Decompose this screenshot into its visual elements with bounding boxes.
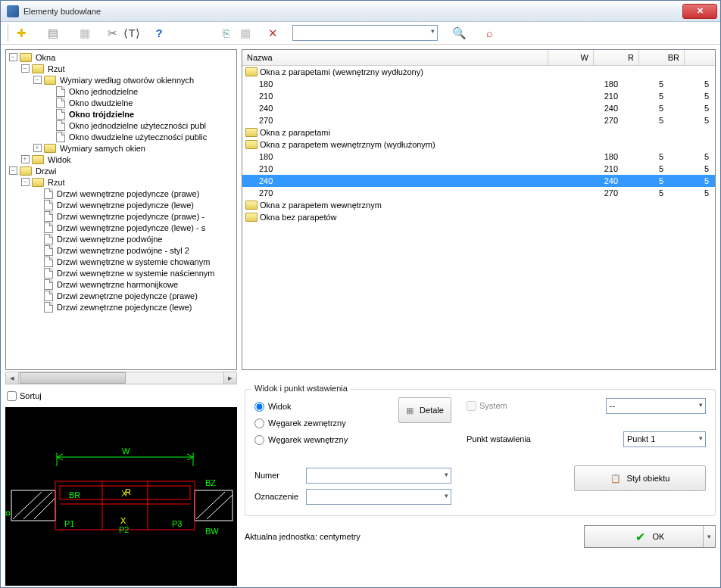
- tree-view[interactable]: OknaRzutWymiary według otworów okiennych…: [5, 49, 237, 370]
- window-title: Elementy budowlane: [23, 7, 682, 16]
- col-name[interactable]: Nazwa: [242, 50, 548, 65]
- svg-text:W: W: [122, 446, 130, 456]
- numer-combo[interactable]: [306, 468, 451, 484]
- find-next-icon[interactable]: ⌕: [480, 24, 498, 42]
- tree-item[interactable]: Wymiary samych okien: [6, 142, 236, 154]
- list-item[interactable]: 18018055: [242, 151, 715, 163]
- punkt-combo[interactable]: Punkt 1: [623, 431, 706, 447]
- tree-item[interactable]: Drzwi: [6, 165, 236, 176]
- tools-icon[interactable]: ✂: [103, 24, 121, 42]
- svg-line-5: [187, 454, 193, 457]
- list-item[interactable]: 27027055: [242, 114, 715, 126]
- tree-item[interactable]: Drzwi wewnętrzne podwójne: [6, 233, 236, 244]
- tree-item[interactable]: Drzwi wewnętrzne pojedyncze (prawe) -: [6, 210, 236, 222]
- oznaczenie-combo[interactable]: [306, 489, 451, 505]
- svg-text:X: X: [120, 516, 126, 525]
- insertion-fieldset: Widok i punkt wstawienia Widok Węgarek z…: [245, 389, 716, 516]
- sort-label: Sortuj: [20, 391, 42, 400]
- radio-wew[interactable]: [254, 435, 264, 445]
- preview-canvas: W B BR R: [5, 407, 237, 586]
- tree-item[interactable]: Okno jednodzielne: [6, 86, 236, 97]
- svg-line-6: [187, 457, 193, 460]
- svg-rect-9: [195, 490, 233, 521]
- tree-item[interactable]: Rzut: [6, 176, 236, 188]
- search-input[interactable]: [292, 25, 438, 41]
- titlebar: Elementy budowlane ✕: [1, 1, 720, 22]
- delete-icon[interactable]: ✕: [264, 24, 282, 42]
- col-w[interactable]: W: [548, 50, 594, 65]
- tree-item[interactable]: Okno trójdzielne: [6, 108, 236, 120]
- radio-widok[interactable]: [254, 402, 264, 412]
- search-icon[interactable]: 🔍: [450, 24, 468, 42]
- list-group[interactable]: Okna z parapetami (wewnętrzny wydłużony): [242, 66, 715, 78]
- tree-item[interactable]: Drzwi zewnętrzne pojedyncze (lewe): [6, 301, 236, 313]
- tree-item[interactable]: Drzwi wewnętrzne podwójne - styl 2: [6, 244, 236, 256]
- svg-text:P1: P1: [64, 519, 74, 528]
- list-icon[interactable]: ▦: [76, 24, 94, 42]
- svg-line-4: [57, 457, 63, 460]
- toolbar: ✚ ▤ ▦ ✂ ⟨T⟩ ? ⎘ ▦ ✕ 🔍 ⌕: [1, 22, 720, 45]
- svg-line-13: [196, 492, 225, 519]
- system-checkbox: [467, 401, 476, 411]
- svg-line-3: [57, 454, 63, 457]
- list-item[interactable]: 18018055: [242, 78, 715, 90]
- svg-line-14: [207, 495, 233, 519]
- list-header: Nazwa W R BR: [242, 50, 715, 66]
- svg-text:BR: BR: [69, 490, 80, 499]
- tree-item[interactable]: Okna: [6, 51, 236, 63]
- list-view[interactable]: Nazwa W R BR Okna z parapetami (wewnętrz…: [242, 49, 716, 370]
- list-item[interactable]: 27027055: [242, 187, 715, 199]
- help-icon[interactable]: ?: [150, 24, 168, 42]
- svg-text:P3: P3: [172, 519, 182, 528]
- ok-dropdown[interactable]: ▾: [703, 526, 715, 547]
- list-group[interactable]: Okna z parapetami: [242, 126, 715, 138]
- list-item[interactable]: 24024055: [242, 102, 715, 114]
- unit-label: Aktualna jednostka: centymetry: [245, 532, 360, 541]
- svg-text:P2: P2: [119, 525, 129, 534]
- new-icon[interactable]: ✚: [12, 24, 30, 42]
- app-icon: [7, 5, 19, 17]
- detale-button[interactable]: ▦Detale: [398, 397, 451, 423]
- col-r[interactable]: R: [594, 50, 639, 65]
- tree-item[interactable]: Okno dwudzielne użyteczności public: [6, 131, 236, 142]
- tree-item[interactable]: Widok: [6, 154, 236, 165]
- close-button[interactable]: ✕: [682, 4, 717, 19]
- list-item[interactable]: 21021055: [242, 163, 715, 175]
- list-item[interactable]: 21021055: [242, 90, 715, 102]
- tree-item[interactable]: Drzwi wewnętrzne pojedyncze (prawe): [6, 188, 236, 199]
- tree-item[interactable]: Okno jednodzielne użyteczności publ: [6, 120, 236, 131]
- tree-item[interactable]: Drzwi wewnętrzne harmonijkowe: [6, 278, 236, 290]
- sort-checkbox[interactable]: [7, 391, 17, 401]
- tree-item[interactable]: Drzwi wewnętrzne w systemie chowanym: [6, 256, 236, 267]
- list-group[interactable]: Okna z parapetem wewnętrznym: [242, 199, 715, 211]
- list-group[interactable]: Okna bez parapetów: [242, 211, 715, 223]
- tree-item[interactable]: Rzut: [6, 63, 236, 74]
- svg-text:BW: BW: [205, 527, 219, 536]
- list-item[interactable]: 24024055: [242, 175, 715, 187]
- styl-button[interactable]: 📋Styl obiektu: [574, 465, 706, 491]
- text-icon[interactable]: ⟨T⟩: [123, 24, 141, 42]
- svg-text:BZ: BZ: [205, 478, 216, 487]
- tree-hscrollbar[interactable]: ◂▸: [5, 372, 237, 384]
- svg-text:B: B: [5, 511, 11, 516]
- col-br[interactable]: BR: [639, 50, 685, 65]
- system-combo[interactable]: --: [606, 398, 706, 414]
- list-group[interactable]: Okna z parapetem wewnętrznym (wydłużonym…: [242, 138, 715, 151]
- svg-line-12: [34, 498, 55, 519]
- tree-item[interactable]: Wymiary według otworów okiennych: [6, 74, 236, 86]
- props-icon[interactable]: ▤: [44, 24, 62, 42]
- tree-item[interactable]: Drzwi wewnętrzne pojedyncze (lewe) - s: [6, 222, 236, 233]
- tree-item[interactable]: Drzwi wewnętrzne pojedyncze (lewe): [6, 199, 236, 210]
- ok-button[interactable]: ✔OK ▾: [584, 525, 716, 548]
- tree-item[interactable]: Okno dwudzielne: [6, 97, 236, 108]
- tree-item[interactable]: Drzwi wewnętrzne w systemie naściennym: [6, 267, 236, 278]
- radio-zew[interactable]: [254, 418, 264, 428]
- paste-icon[interactable]: ▦: [236, 24, 254, 42]
- tree-item[interactable]: Drzwi zewnętrzne pojedyncze (prawe): [6, 290, 236, 301]
- copy-icon[interactable]: ⎘: [217, 24, 235, 42]
